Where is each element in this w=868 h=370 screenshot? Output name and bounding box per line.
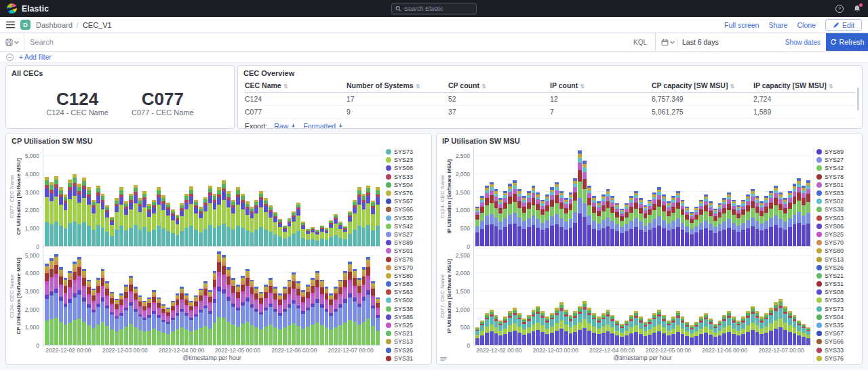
stacked-bar[interactable] — [77, 257, 81, 345]
stacked-bar[interactable] — [788, 311, 792, 345]
stacked-bar[interactable] — [564, 310, 568, 345]
stacked-bar[interactable] — [259, 191, 263, 246]
stacked-bar[interactable] — [522, 318, 526, 345]
stacked-bar[interactable] — [338, 279, 342, 345]
legend-item[interactable]: SYS21 — [386, 329, 430, 337]
stacked-bar[interactable] — [676, 311, 680, 345]
stacked-bar[interactable] — [119, 187, 123, 245]
global-search-input[interactable] — [404, 5, 473, 12]
stacked-bar[interactable] — [241, 276, 245, 345]
stacked-bar[interactable] — [597, 316, 601, 345]
stacked-bar[interactable] — [138, 198, 142, 245]
stacked-bar[interactable] — [264, 198, 268, 245]
stacked-bar[interactable] — [203, 281, 208, 345]
stacked-bar[interactable] — [569, 315, 573, 345]
legend-item[interactable]: SYS31 — [386, 354, 430, 363]
stacked-bar[interactable] — [625, 320, 629, 345]
stacked-bar[interactable] — [583, 301, 587, 345]
stacked-bar[interactable] — [685, 322, 689, 345]
table-column-header[interactable]: IP capacity [SW MSU]⇅ — [753, 79, 855, 93]
stacked-bar[interactable] — [54, 254, 58, 345]
legend-item[interactable]: SYS25 — [386, 321, 430, 329]
stacked-bar[interactable] — [550, 313, 554, 345]
stacked-bar[interactable] — [366, 186, 370, 246]
stacked-bar[interactable] — [273, 287, 277, 345]
stacked-bar[interactable] — [171, 209, 175, 245]
stacked-bar[interactable] — [746, 311, 750, 345]
stacked-bar[interactable] — [573, 311, 577, 345]
stacked-bar[interactable] — [353, 269, 357, 345]
stacked-bar[interactable] — [755, 196, 760, 245]
legend-item[interactable]: SYS83 — [386, 280, 430, 288]
stacked-bar[interactable] — [783, 306, 787, 345]
stacked-bar[interactable] — [713, 209, 717, 246]
stacked-bar[interactable] — [77, 184, 81, 245]
stacked-bar[interactable] — [343, 226, 347, 246]
brand[interactable]: Elastic — [7, 3, 49, 14]
table-row[interactable]: C1241752126,757.3492,724 — [245, 93, 855, 106]
stacked-bar[interactable] — [578, 306, 582, 345]
stacked-bar[interactable] — [662, 194, 666, 246]
stacked-bar[interactable] — [371, 201, 375, 246]
stacked-bar[interactable] — [490, 310, 494, 345]
stacked-bar[interactable] — [199, 289, 203, 345]
legend-item[interactable]: SYS21 — [816, 272, 861, 280]
stacked-bar[interactable] — [671, 196, 675, 245]
edit-button[interactable]: Edit — [825, 19, 862, 31]
stacked-bar[interactable] — [620, 209, 624, 246]
stacked-bar[interactable] — [764, 196, 768, 245]
stacked-bar[interactable] — [652, 313, 656, 345]
stacked-bar[interactable] — [573, 178, 577, 245]
stacked-bar[interactable] — [527, 315, 531, 345]
table-column-header[interactable]: IP count⇅ — [550, 79, 652, 93]
stacked-bar[interactable] — [662, 315, 666, 345]
stacked-bar[interactable] — [583, 161, 587, 245]
stacked-bar[interactable] — [610, 315, 614, 345]
stacked-bar[interactable] — [508, 311, 512, 345]
stacked-bar[interactable] — [751, 189, 755, 245]
stacked-bar[interactable] — [559, 191, 564, 246]
legend-item[interactable]: SYS89 — [816, 148, 861, 156]
legend-item[interactable]: SYS78 — [386, 255, 430, 263]
stacked-bar[interactable] — [301, 290, 305, 345]
stacked-bar[interactable] — [508, 184, 512, 245]
stacked-bar[interactable] — [587, 308, 591, 345]
stacked-bar[interactable] — [325, 287, 329, 345]
table-column-header[interactable]: CP capacity [SW MSU]⇅ — [652, 79, 753, 93]
stacked-bar[interactable] — [101, 269, 105, 345]
stacked-bar[interactable] — [667, 201, 671, 245]
stacked-bar[interactable] — [189, 186, 193, 245]
legend-item[interactable]: SYS89 — [386, 239, 430, 247]
stacked-bar[interactable] — [119, 293, 123, 345]
stacked-bar[interactable] — [778, 192, 783, 245]
stacked-bar[interactable] — [334, 287, 338, 345]
legend-item[interactable]: SYS70 — [816, 239, 861, 247]
stacked-bar[interactable] — [522, 196, 526, 245]
stacked-bar[interactable] — [357, 278, 361, 345]
stacked-bar[interactable] — [254, 200, 258, 246]
stacked-bar[interactable] — [334, 214, 338, 246]
stacked-bar[interactable] — [685, 207, 689, 245]
stacked-bar[interactable] — [105, 281, 109, 345]
stacked-bar[interactable] — [769, 191, 773, 246]
stacked-bar[interactable] — [306, 229, 310, 246]
stacked-bar[interactable] — [806, 180, 810, 246]
saved-query-menu[interactable] — [0, 33, 24, 51]
add-filter-link[interactable]: + Add filter — [19, 54, 52, 61]
stacked-bar[interactable] — [545, 194, 549, 246]
stacked-bar[interactable] — [357, 187, 361, 245]
stacked-bar[interactable] — [92, 200, 96, 246]
share-link[interactable]: Share — [768, 21, 787, 29]
stacked-bar[interactable] — [597, 201, 601, 245]
stacked-bar[interactable] — [764, 313, 768, 345]
stacked-bar[interactable] — [769, 308, 773, 345]
stacked-bar[interactable] — [699, 200, 703, 246]
stacked-bar[interactable] — [601, 194, 606, 246]
plot-area[interactable] — [473, 247, 812, 346]
legend-item[interactable]: SYS08 — [386, 164, 430, 172]
kql-label[interactable]: KQL — [631, 39, 650, 46]
legend-item[interactable]: SYS42 — [816, 164, 861, 172]
calendar-menu[interactable] — [661, 39, 678, 46]
stacked-bar[interactable] — [231, 200, 235, 246]
stacked-bar[interactable] — [681, 316, 685, 345]
